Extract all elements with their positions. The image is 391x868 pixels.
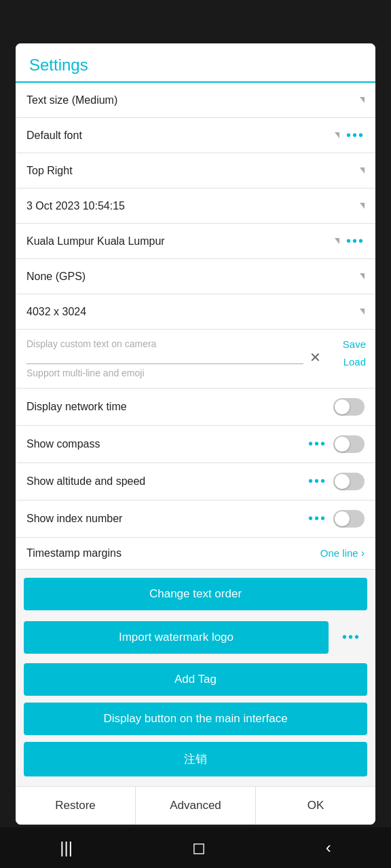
timestamp-value: One line › <box>320 547 365 559</box>
network-time-label: Display network time <box>26 401 333 413</box>
location-arrow <box>335 238 339 244</box>
dialog-title: Settings <box>29 56 88 74</box>
restore-button[interactable]: Restore <box>16 787 136 825</box>
index-label: Show index number <box>26 513 301 525</box>
timestamp-label: Timestamp margins <box>26 547 320 559</box>
nav-bars-icon[interactable]: ||| <box>60 838 73 857</box>
location-label: Kuala Lumpur Kuala Lumpur <box>26 235 329 248</box>
default-font-more[interactable]: ••• <box>346 127 365 143</box>
text-size-row[interactable]: Text size (Medium) <box>16 83 375 118</box>
altitude-row[interactable]: Show altitude and speed ••• <box>16 463 375 500</box>
settings-dialog: Settings Text size (Medium) Default font… <box>16 43 375 824</box>
index-more[interactable]: ••• <box>308 511 327 526</box>
network-time-toggle[interactable] <box>333 398 365 416</box>
gps-arrow <box>360 273 365 279</box>
custom-text-line1: Display custom text on camera <box>26 336 303 363</box>
dialog-body: Text size (Medium) Default font ••• Top … <box>16 83 375 785</box>
timestamp-row[interactable]: Timestamp margins One line › <box>16 538 375 570</box>
custom-text-line2: Support multi-line and emoji <box>26 366 303 380</box>
nav-bar: ||| ◻ ‹ <box>0 827 391 868</box>
change-text-order-button[interactable]: Change text order <box>24 578 367 610</box>
network-time-row[interactable]: Display network time <box>16 389 375 426</box>
position-arrow <box>360 167 365 174</box>
altitude-toggle[interactable] <box>333 473 365 490</box>
datetime-label: 3 Oct 2023 10:54:15 <box>26 200 354 212</box>
resolution-label: 4032 x 3024 <box>26 306 354 318</box>
default-font-row[interactable]: Default font ••• <box>16 118 375 153</box>
import-row: Import watermark logo ••• <box>24 617 367 658</box>
position-row[interactable]: Top Right <box>16 153 375 189</box>
location-row[interactable]: Kuala Lumpur Kuala Lumpur ••• <box>16 224 375 259</box>
compass-more[interactable]: ••• <box>308 436 327 452</box>
display-button-main[interactable]: Display button on the main interface <box>24 703 367 735</box>
datetime-row[interactable]: 3 Oct 2023 10:54:15 <box>16 189 375 224</box>
default-font-label: Default font <box>26 130 329 142</box>
import-watermark-button[interactable]: Import watermark logo <box>24 621 329 654</box>
chevron-right-icon: › <box>361 547 365 559</box>
gps-row[interactable]: None (GPS) <box>16 259 375 294</box>
altitude-more[interactable]: ••• <box>308 473 327 489</box>
custom-text-row: Display custom text on camera Support mu… <box>16 330 375 388</box>
default-font-arrow <box>335 132 339 138</box>
compass-row[interactable]: Show compass ••• <box>16 426 375 463</box>
buttons-section: Change text order Import watermark logo … <box>16 574 375 782</box>
index-row[interactable]: Show index number ••• <box>16 500 375 538</box>
add-tag-button[interactable]: Add Tag <box>24 663 367 696</box>
position-label: Top Right <box>26 165 354 177</box>
compass-toggle[interactable] <box>333 435 365 453</box>
custom-text-underline <box>26 363 303 364</box>
compass-label: Show compass <box>26 438 301 450</box>
text-size-label: Text size (Medium) <box>26 94 354 106</box>
dialog-footer: Restore Advanced OK <box>16 786 375 825</box>
datetime-arrow <box>360 203 365 209</box>
nav-home-icon[interactable]: ◻ <box>192 838 206 857</box>
location-more[interactable]: ••• <box>346 233 365 249</box>
text-size-arrow <box>360 97 365 103</box>
resolution-row[interactable]: 4032 x 3024 <box>16 294 375 330</box>
load-button[interactable]: Load <box>343 354 366 370</box>
ok-button[interactable]: OK <box>256 787 375 825</box>
index-toggle[interactable] <box>333 510 365 528</box>
custom-text-actions: Save Load <box>343 336 366 370</box>
nav-back-icon[interactable]: ‹ <box>326 838 331 857</box>
save-button[interactable]: Save <box>343 336 366 353</box>
cancel-button[interactable]: 注销 <box>24 742 367 776</box>
resolution-arrow <box>360 309 365 315</box>
altitude-label: Show altitude and speed <box>26 475 301 488</box>
import-more-icon[interactable]: ••• <box>335 629 367 645</box>
advanced-button[interactable]: Advanced <box>136 787 256 825</box>
dialog-header: Settings <box>16 43 375 83</box>
close-icon[interactable]: ✕ <box>310 349 321 366</box>
gps-label: None (GPS) <box>26 271 354 283</box>
timestamp-value-text: One line <box>320 547 358 559</box>
